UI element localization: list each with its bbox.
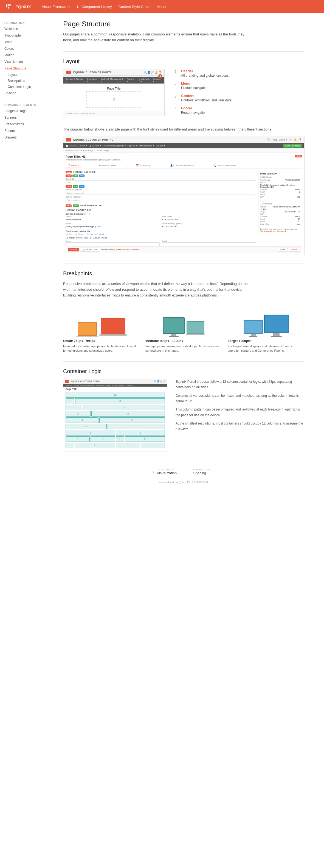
sp-delete-button[interactable]: Delete <box>289 248 300 252</box>
sidebar-item-icons[interactable]: Icons <box>0 39 52 45</box>
sp-section-h2-2: New Edit Section Header: H2 <box>66 204 256 207</box>
sp-field-cage: Select cage or suite Search cage or suit… <box>66 189 256 195</box>
legend-item-4: 4 Footer Footer navigation <box>173 106 304 115</box>
sp-contact-email-input[interactable] <box>162 242 256 246</box>
sp-label-loa: LOA <box>260 196 264 198</box>
sidebar-item-spacing[interactable]: Spacing <box>0 90 52 96</box>
cd-row-1-11: 1 11 <box>66 398 165 404</box>
svg-rect-3 <box>6 6 7 7</box>
sp-subheader-h4-2: Section and Header: H4 <box>66 230 256 232</box>
cd-row-12: 12 <box>66 392 165 398</box>
legend-item-2: 2 Menu Product navigation <box>173 81 304 90</box>
sidebar-item-colors[interactable]: Colors <box>0 45 52 52</box>
sidebar-item-container-logic[interactable]: Container Logic <box>0 84 52 90</box>
sp-send-feedback-btn[interactable]: Send Feedback <box>283 144 302 148</box>
diagram-nav-item-2: Operations ▾ <box>87 78 99 83</box>
sidebar-item-drawers[interactable]: Drawers <box>0 134 52 141</box>
sp-submit-button[interactable]: Submit <box>68 248 79 251</box>
sp-page-title-text: Page Title: H1 <box>66 155 120 158</box>
sp-add-to-cart-button[interactable]: 🛒 Add to Cart <box>80 248 99 252</box>
cd-cell-5: 5 <box>66 424 107 429</box>
sp-title-row: Page Title: H1 All fields are required u… <box>66 155 302 162</box>
cd-cell-3d: 3 <box>116 443 140 448</box>
sp-nav-support: Support ▾ <box>156 145 165 147</box>
sample-page-description: The diagram below shows a sample page wi… <box>63 127 304 132</box>
sp-badge-edit-2: Edit <box>73 205 78 207</box>
sp-bell-icon: 🔔 <box>294 138 297 141</box>
sp-tab-customer[interactable]: 👤 Customer Reference <box>168 163 196 168</box>
svg-rect-5 <box>9 4 11 6</box>
sp-label-phone: Work Phone <box>162 216 256 218</box>
sp-tab-contact[interactable]: 📞 Contact Information <box>211 163 238 168</box>
large-monitor-left-screen <box>244 320 263 334</box>
sidebar-item-badges[interactable]: Badges & Tags <box>0 108 52 114</box>
medium-laptop-base <box>186 334 205 335</box>
large-monitor-left <box>244 320 263 337</box>
cd-row-4-8: 4 8 <box>66 417 165 423</box>
sp-body: Page Title: H1 All fields are required u… <box>63 153 304 255</box>
sp-tab-service[interactable]: ⚙ Service Details <box>97 163 118 168</box>
sp-card-row-porta: Port A 0 <box>260 191 300 193</box>
cd-cell-1c: 1 <box>66 443 74 448</box>
sp-phone-field: Work Phone +1 123 456 7890 <box>162 216 256 221</box>
nav-ui-component[interactable]: UI Component Library <box>77 5 112 9</box>
breakpoints-grid: Small: 768px - 991px Intended for smalle… <box>63 304 304 353</box>
container-diagram: EQUINIX CUSTOMER PORTAL 🔍 👤 🛒 🔔 Orders &… <box>63 379 167 452</box>
sp-field-cabinet: Cabinet (Optional) Select a cabinet <box>66 196 256 202</box>
sp-save-button[interactable]: Save <box>278 248 288 252</box>
sp-tab-location[interactable]: 📍 Location <box>66 163 81 168</box>
sp-radio-assign-user[interactable]: Assign another user <box>66 237 88 239</box>
breakpoint-desc-large: For large-format displays and television… <box>228 344 304 353</box>
sp-field-label-2: Select cage or suite <box>66 189 256 191</box>
legend-content-1: Header All branding and global functions <box>181 69 228 78</box>
cd-cell-2: 2 <box>66 405 82 410</box>
breakpoint-label-large: Large: 1200px+ <box>228 339 304 343</box>
sp-two-col: New Section Header: H2 New Edit Add Sele… <box>66 170 302 246</box>
sidebar-item-buttons[interactable]: Buttons <box>0 127 52 134</box>
sp-input-cabinet[interactable]: Select a cabinet <box>66 198 256 202</box>
diagram-nav-item-1: Devices & Tickets ▾ <box>66 78 84 83</box>
sp-badge-add: Add <box>79 175 84 177</box>
sp-contact-name-input[interactable] <box>66 242 160 246</box>
nav-visual-framework[interactable]: Visual Framework <box>42 5 71 9</box>
sidebar-item-breakpoints[interactable]: Breakpoints <box>0 78 52 84</box>
sidebar-item-motion[interactable]: Motion <box>0 52 52 59</box>
logo[interactable]: EQIXUX <box>5 3 31 10</box>
sp-product-name: Standard Cross Connect <box>260 230 300 232</box>
sp-nav-bar: 📋 Orders & Tickets ▾ Operations ▾ Networ… <box>63 143 304 148</box>
sidebar-item-welcome[interactable]: Welcome <box>0 26 52 32</box>
sp-z-light-value: Yes <box>297 223 300 225</box>
sidebar-item-visualization[interactable]: Visualization <box>0 59 52 65</box>
large-base-right <box>271 336 282 337</box>
sp-input-cage[interactable]: Search cage or suite <box>66 191 256 195</box>
sp-badge-edit: Edit <box>72 175 78 177</box>
cd-brand: EQUINIX CUSTOMER PORTAL <box>71 380 101 382</box>
sp-radio-assign-myself[interactable]: Assign Myself <box>90 237 107 239</box>
sp-value-porta: 0 <box>299 191 300 193</box>
breakpoint-label-medium: Medium: 992px - 1199px <box>145 339 222 343</box>
sp-tab-scheduling[interactable]: 📅 Scheduling <box>134 163 152 168</box>
laptop-base-back <box>76 336 98 337</box>
sp-badge-new-2: New <box>66 175 72 177</box>
sp-input-select-ibx[interactable]: Select... <box>66 180 256 184</box>
nav-about[interactable]: About <box>157 5 166 9</box>
sidebar-item-breadcrumbs[interactable]: Breadcrumbs <box>0 121 52 127</box>
nav-content-style[interactable]: Content Style Guide <box>118 5 150 9</box>
container-logic-title: Container Logic <box>63 368 304 374</box>
diagram-footer-links: Footer Cookie | Privacy Policy <box>66 113 95 115</box>
sp-required-note: All fields are required unless labelled … <box>66 159 120 161</box>
sp-nav-operations: Operations ▾ <box>88 145 101 147</box>
sp-mobile-field: Mobile Phone (Optional) +1 098 765 4321 <box>162 223 256 228</box>
sp-contact-name-label: Name <box>66 240 160 242</box>
footer-nav-next[interactable]: FOUNDATION Spacing › <box>193 468 215 475</box>
sidebar-item-typography[interactable]: Typography <box>0 32 52 39</box>
sidebar-item-layout[interactable]: Layout <box>0 72 52 78</box>
sidebar-item-banners[interactable]: Banners <box>0 114 52 121</box>
sidebar-item-page-structure[interactable]: Page Structure <box>0 65 52 72</box>
main-content: Page Structure Our pages share a common,… <box>52 13 316 868</box>
breakpoint-card-large: Large: 1200px+ For large-format displays… <box>228 304 304 353</box>
footer-nav-prev[interactable]: ‹ FOUNDATION Visualization <box>153 468 177 475</box>
sp-name-field: Name Johnny Begood <box>66 216 160 221</box>
legend-title-4: Footer <box>181 106 207 110</box>
sp-card-row-cabinet: Cabinet DX91 <box>260 188 300 190</box>
